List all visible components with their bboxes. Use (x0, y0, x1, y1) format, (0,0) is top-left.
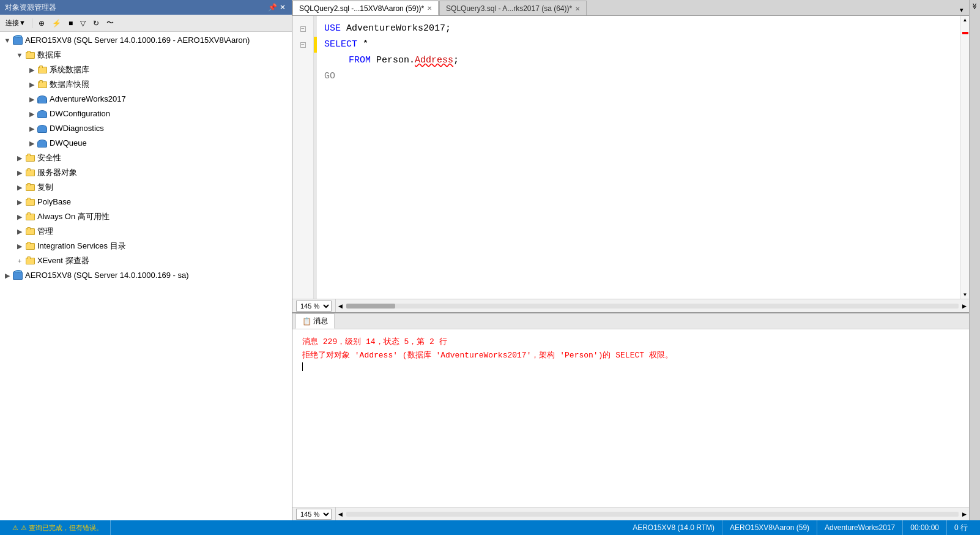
status-rows: 0 行 (947, 520, 975, 535)
connect-button[interactable]: 连接▼ (3, 17, 28, 29)
scroll-down-btn[interactable]: ▼ (961, 292, 969, 299)
refresh-button[interactable]: ↻ (91, 18, 102, 29)
result-panel: 📋 消息 消息 229，级别 14，状态 5，第 2 行 拒绝了对对象 'Add… (292, 312, 969, 520)
collapse-right-btn[interactable]: ≫ (971, 3, 978, 9)
panel-controls: 📌 ✕ (268, 3, 287, 12)
db-icon2 (37, 109, 48, 119)
result-hscroll-right-btn[interactable]: ▶ (960, 511, 969, 517)
from-schema: Person (376, 53, 409, 69)
tree-item-replication[interactable]: ▶ 复制 (0, 180, 292, 195)
zoom-control: 145 % (292, 299, 336, 313)
tree-item-server2[interactable]: ▶ AERO15XV8 (SQL Server 14.0.1000.169 - … (0, 268, 292, 283)
code-line-4: GO (324, 69, 953, 84)
tab2-close[interactable]: ✕ (575, 6, 580, 12)
management-label: 管理 (37, 225, 53, 238)
tree-item-dwqueue[interactable]: ▶ DWQueue (0, 136, 292, 151)
tree-item-integration[interactable]: ▶ Integration Services 目录 (0, 239, 292, 253)
filter2-button[interactable]: ▽ (78, 18, 88, 29)
tree-item-systemdb[interactable]: ▶ 系统数据库 (0, 62, 292, 77)
expander-server1[interactable]: ▼ (2, 34, 12, 47)
tab-extra: ▾ (957, 5, 969, 15)
disconnect-button[interactable]: ⊕ (36, 18, 47, 29)
tree-item-databases[interactable]: ▼ 数据库 (0, 48, 292, 62)
close-panel-button[interactable]: ✕ (278, 3, 287, 12)
expander-databases[interactable]: ▼ (15, 49, 24, 61)
xevent-label: XEvent 探查器 (37, 255, 89, 267)
tree-item-xevent[interactable]: + XEvent 探查器 (0, 253, 292, 268)
tree-item-dwconfig[interactable]: ▶ DWConfiguration (0, 107, 292, 121)
collapse-btn-2[interactable]: − (292, 37, 313, 53)
activity-button[interactable]: 〜 (104, 17, 116, 29)
zoom-select[interactable]: 145 % (296, 301, 332, 312)
scroll-up-btn[interactable]: ▲ (961, 16, 969, 23)
tab-sqlquery3[interactable]: SQLQuery3.sql - A...rks2017 (sa (64))* ✕ (439, 1, 587, 15)
hscroll-left-btn[interactable]: ◀ (336, 303, 345, 309)
result-zoom-control: 145 % (292, 507, 336, 521)
result-tabs: 📋 消息 (292, 313, 969, 329)
result-zoom-select[interactable]: 145 % (296, 509, 332, 520)
cursor-area[interactable] (302, 362, 959, 372)
stop-button[interactable]: ■ (66, 18, 75, 29)
tree-item-polybase[interactable]: ▶ PolyBase (0, 195, 292, 209)
collapse-btn-1[interactable]: − (292, 21, 313, 37)
expander-dwqueue[interactable]: ▶ (27, 137, 37, 149)
error-line-2: 拒绝了对对象 'Address' (数据库 'AdventureWorks201… (302, 349, 959, 362)
tree-item-server1[interactable]: ▼ AERO15XV8 (SQL Server 14.0.1000.169 - … (0, 33, 292, 48)
tab-sqlquery2[interactable]: SQLQuery2.sql -...15XV8\Aaron (59))* ✕ (292, 1, 439, 15)
tree-item-dbsnapshot[interactable]: ▶ 数据库快照 (0, 77, 292, 92)
error-indicator (962, 32, 968, 34)
security-label: 安全性 (37, 152, 61, 164)
status-server: AERO15XV8 (14.0 RTM) (625, 520, 722, 535)
tree-item-dwdiag[interactable]: ▶ DWDiagnostics (0, 121, 292, 136)
status-database: AdventureWorks2017 (817, 520, 903, 535)
alwayson-label: Always On 高可用性 (37, 211, 110, 223)
object-explorer-title: 对象资源管理器 (5, 2, 56, 13)
semicolon1: ; (445, 21, 451, 37)
tree-item-alwayson[interactable]: ▶ Always On 高可用性 (0, 209, 292, 224)
filter-button[interactable]: ⚡ (50, 18, 64, 29)
expander-management[interactable]: ▶ (15, 225, 24, 238)
status-time: 00:00:00 (903, 520, 947, 535)
result-hscroll-left-btn[interactable]: ◀ (336, 511, 345, 517)
tab-list-button[interactable]: ▾ (957, 5, 966, 15)
expander-security[interactable]: ▶ (15, 152, 24, 164)
expander-systemdb[interactable]: ▶ (27, 64, 37, 76)
status-bar: ⚠ ⚠ 查询已完成，但有错误。 AERO15XV8 (14.0 RTM) AER… (0, 520, 980, 535)
hscroll-right-btn[interactable]: ▶ (960, 303, 969, 309)
messages-tab[interactable]: 📋 消息 (295, 313, 335, 329)
tree-item-serverobj[interactable]: ▶ 服务器对象 (0, 165, 292, 180)
use-keyword: USE (324, 21, 341, 37)
editor-hscrollbar-area: 145 % ◀ ▶ (292, 299, 969, 312)
editor-vscrollbar[interactable]: ▲ ▼ (960, 16, 969, 299)
editor-content[interactable]: USE AdventureWorks2017 ; SELECT * (317, 16, 960, 299)
expander-alwayson[interactable]: ▶ (15, 211, 24, 223)
expander-integration[interactable]: ▶ (15, 240, 24, 252)
tree-item-management[interactable]: ▶ 管理 (0, 224, 292, 239)
adventureworks-label: AdventureWorks2017 (50, 93, 126, 105)
expander-xevent[interactable]: + (15, 255, 24, 267)
expander-polybase[interactable]: ▶ (15, 196, 24, 208)
separator1 (32, 18, 32, 28)
expander-adventureworks[interactable]: ▶ (27, 93, 37, 105)
tree-item-adventureworks[interactable]: ▶ AdventureWorks2017 (0, 92, 292, 107)
dbsnapshot-label: 数据库快照 (50, 78, 89, 91)
dwqueue-label: DWQueue (50, 137, 87, 149)
expander-serverobj[interactable]: ▶ (15, 166, 24, 179)
object-explorer-header: 对象资源管理器 📌 ✕ (0, 0, 292, 15)
dwconfig-label: DWConfiguration (50, 108, 110, 120)
polybase-label: PolyBase (37, 196, 71, 208)
editor-area: − − (292, 16, 969, 312)
tree-item-security[interactable]: ▶ 安全性 (0, 151, 292, 165)
expander-replication[interactable]: ▶ (15, 181, 24, 193)
code-line-1: USE AdventureWorks2017 ; (324, 21, 953, 37)
result-hscroll-track[interactable] (346, 512, 959, 517)
from-dot: . (409, 53, 415, 69)
hscroll-track[interactable] (346, 304, 959, 309)
tab1-close[interactable]: ✕ (427, 5, 432, 12)
expander-server2[interactable]: ▶ (2, 269, 12, 282)
expander-dwconfig[interactable]: ▶ (27, 108, 37, 120)
expander-dbsnapshot[interactable]: ▶ (27, 78, 37, 91)
expander-dwdiag[interactable]: ▶ (27, 122, 37, 135)
pin-button[interactable]: 📌 (268, 3, 277, 12)
tab1-label: SQLQuery2.sql -...15XV8\Aaron (59))* (299, 4, 424, 13)
